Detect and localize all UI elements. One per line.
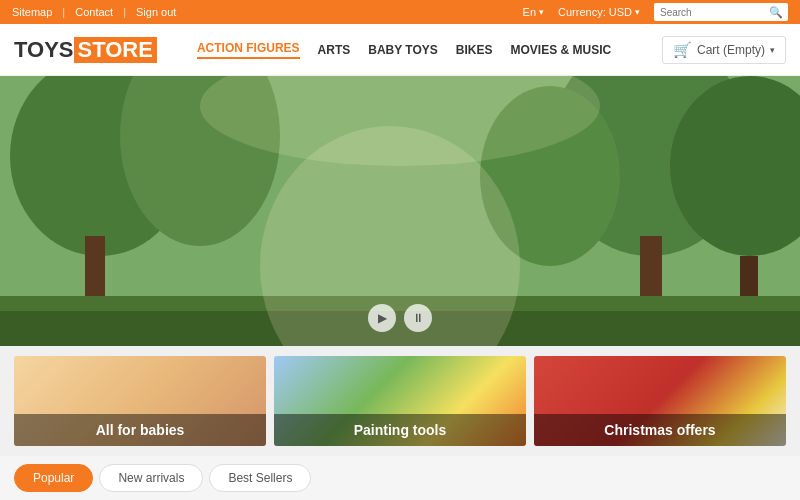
pause-icon: ⏸ bbox=[412, 311, 424, 325]
signout-link[interactable]: Sign out bbox=[136, 6, 176, 18]
logo[interactable]: TOYSSTORE bbox=[14, 37, 157, 63]
lang-caret-icon: ▾ bbox=[539, 7, 544, 17]
nav-baby-toys[interactable]: BABY TOYS bbox=[368, 43, 438, 57]
filter-bar: Popular New arrivals Best Sellers bbox=[0, 456, 800, 498]
category-christmas-label: Christmas offers bbox=[534, 414, 786, 446]
cart-button[interactable]: 🛒 Cart (Empty) ▾ bbox=[662, 36, 786, 64]
slider-play-button[interactable]: ▶ bbox=[368, 304, 396, 332]
category-cards: All for babies Painting tools Christmas … bbox=[0, 346, 800, 456]
cart-icon: 🛒 bbox=[673, 41, 692, 59]
top-bar-left: Sitemap | Contact | Sign out bbox=[12, 6, 176, 18]
nav-bar: TOYSSTORE ACTION FIGURES ARTS BABY TOYS … bbox=[0, 24, 800, 76]
nav-links: ACTION FIGURES ARTS BABY TOYS BIKES MOVI… bbox=[197, 41, 638, 59]
nav-arts[interactable]: ARTS bbox=[318, 43, 351, 57]
nav-action-figures[interactable]: ACTION FIGURES bbox=[197, 41, 300, 59]
search-button[interactable]: 🔍 bbox=[764, 6, 788, 19]
sitemap-link[interactable]: Sitemap bbox=[12, 6, 52, 18]
category-card-babies[interactable]: All for babies bbox=[14, 356, 266, 446]
hero-section: ▶ ⏸ bbox=[0, 76, 800, 346]
filter-popular-button[interactable]: Popular bbox=[14, 464, 93, 492]
slider-pause-button[interactable]: ⏸ bbox=[404, 304, 432, 332]
search-input[interactable] bbox=[654, 3, 764, 21]
sep2: | bbox=[123, 6, 126, 18]
lang-label: En bbox=[523, 6, 536, 18]
filter-new-arrivals-button[interactable]: New arrivals bbox=[99, 464, 203, 492]
logo-store: STORE bbox=[74, 37, 157, 63]
category-card-christmas[interactable]: Christmas offers bbox=[534, 356, 786, 446]
top-bar: Sitemap | Contact | Sign out En ▾ Curren… bbox=[0, 0, 800, 24]
top-bar-right: En ▾ Currency: USD ▾ 🔍 bbox=[523, 3, 788, 21]
filter-best-sellers-button[interactable]: Best Sellers bbox=[209, 464, 311, 492]
currency-caret-icon: ▾ bbox=[635, 7, 640, 17]
currency-label: Currency: USD bbox=[558, 6, 632, 18]
slider-controls: ▶ ⏸ bbox=[368, 304, 432, 332]
category-card-painting[interactable]: Painting tools bbox=[274, 356, 526, 446]
contact-link[interactable]: Contact bbox=[75, 6, 113, 18]
search-wrap: 🔍 bbox=[654, 3, 788, 21]
category-painting-label: Painting tools bbox=[274, 414, 526, 446]
nav-movies-music[interactable]: MOVIES & MUSIC bbox=[511, 43, 612, 57]
logo-toys: TOYS bbox=[14, 39, 74, 61]
nav-bikes[interactable]: BIKES bbox=[456, 43, 493, 57]
cart-caret-icon: ▾ bbox=[770, 45, 775, 55]
currency-dropdown[interactable]: Currency: USD ▾ bbox=[558, 6, 640, 18]
play-icon: ▶ bbox=[378, 311, 387, 325]
lang-dropdown[interactable]: En ▾ bbox=[523, 6, 544, 18]
category-babies-label: All for babies bbox=[14, 414, 266, 446]
sep1: | bbox=[62, 6, 65, 18]
cart-label: Cart (Empty) bbox=[697, 43, 765, 57]
